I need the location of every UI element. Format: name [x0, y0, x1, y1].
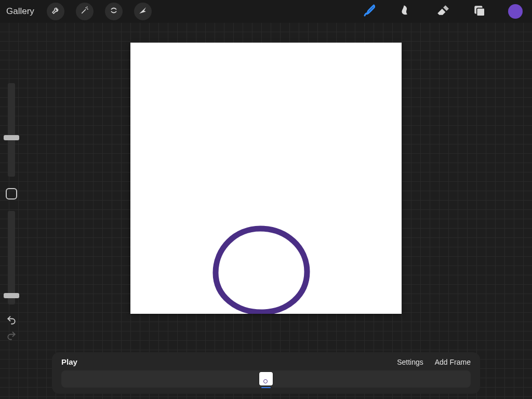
animation-timeline: Play Settings Add Frame [52, 352, 480, 394]
wrench-icon [51, 6, 60, 17]
eraser-icon [436, 4, 449, 19]
select-icon [109, 6, 118, 17]
top-toolbar: Gallery [0, 0, 532, 23]
opacity-thumb[interactable] [4, 293, 19, 298]
transform-button[interactable] [134, 3, 152, 20]
canvas[interactable] [130, 43, 402, 314]
color-button[interactable] [504, 0, 527, 23]
redo-button[interactable] [5, 330, 18, 341]
brush-icon [362, 3, 378, 20]
canvas-drawing [130, 43, 402, 314]
brush-size-thumb[interactable] [4, 135, 19, 140]
adjustments-button[interactable] [76, 3, 94, 20]
share-icon [138, 6, 148, 17]
timeline-header: Play Settings Add Frame [61, 357, 471, 366]
redo-icon [5, 330, 18, 341]
svg-rect-1 [477, 8, 485, 16]
undo-icon [5, 315, 18, 325]
opacity-slider[interactable] [8, 211, 15, 304]
undo-button[interactable] [5, 315, 18, 325]
smudge-icon [400, 4, 413, 19]
frame-thumbnail-1[interactable] [259, 372, 273, 385]
eraser-tool-button[interactable] [431, 0, 454, 23]
timeline-track[interactable] [61, 370, 471, 388]
wand-icon [80, 6, 89, 17]
smudge-tool-button[interactable] [395, 0, 418, 23]
actions-button[interactable] [47, 3, 64, 20]
frame-preview [263, 379, 268, 383]
animation-settings-button[interactable]: Settings [397, 358, 423, 366]
play-button[interactable]: Play [61, 357, 77, 366]
layers-button[interactable] [468, 0, 490, 23]
gallery-button[interactable]: Gallery [5, 6, 37, 17]
modify-button[interactable] [6, 188, 17, 200]
color-icon [508, 4, 523, 19]
left-sidebar [0, 83, 23, 341]
brush-size-slider[interactable] [8, 83, 15, 177]
add-frame-button[interactable]: Add Frame [435, 358, 471, 366]
brush-tool-button[interactable] [358, 0, 381, 23]
selection-button[interactable] [105, 3, 123, 20]
layers-icon [472, 4, 486, 19]
